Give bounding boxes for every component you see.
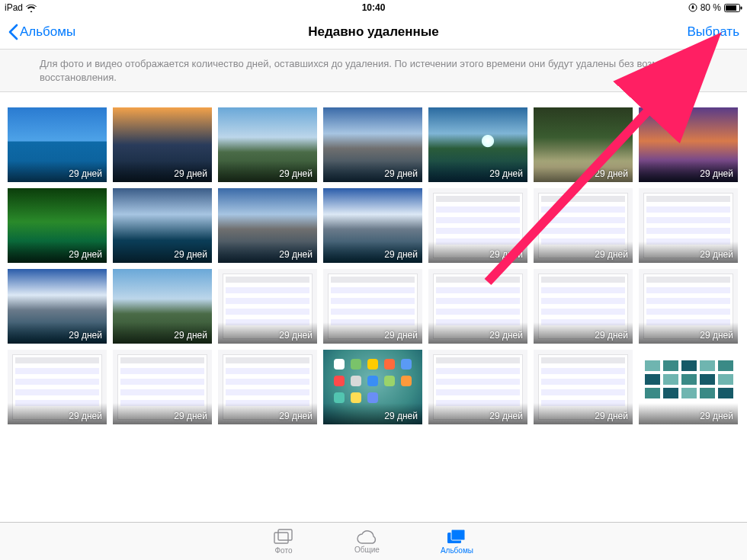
photo-thumbnail[interactable]: 29 дней (639, 107, 738, 182)
days-remaining-label: 29 дней (595, 168, 628, 179)
photo-thumbnail[interactable]: 29 дней (113, 188, 212, 263)
days-remaining-label: 29 дней (69, 330, 102, 341)
back-button[interactable]: Альбомы (8, 24, 75, 40)
days-remaining-label: 29 дней (279, 168, 313, 179)
orientation-lock-icon (688, 3, 697, 12)
photo-thumbnail[interactable]: 29 дней (113, 107, 212, 182)
photo-thumbnail[interactable]: 29 дней (113, 269, 212, 344)
days-remaining-label: 29 дней (69, 168, 102, 179)
days-remaining-label: 29 дней (489, 330, 523, 341)
photo-thumbnail[interactable]: 29 дней (113, 350, 212, 424)
select-button[interactable]: Выбрать (688, 24, 739, 40)
days-remaining-label: 29 дней (279, 249, 313, 260)
days-remaining-label: 29 дней (174, 249, 207, 260)
days-remaining-label: 29 дней (700, 411, 733, 421)
days-remaining-label: 29 дней (489, 168, 523, 179)
days-remaining-label: 29 дней (384, 330, 418, 341)
photo-thumbnail[interactable]: 29 дней (218, 107, 317, 182)
days-remaining-label: 29 дней (384, 249, 418, 260)
days-remaining-label: 29 дней (69, 411, 102, 421)
days-remaining-label: 29 дней (384, 411, 418, 421)
navigation-bar: Альбомы Недавно удаленные Выбрать (0, 15, 747, 49)
photo-thumbnail[interactable]: 29 дней (323, 350, 422, 424)
tab-shared[interactable]: Общие (354, 530, 380, 554)
page-title: Недавно удаленные (308, 24, 439, 40)
days-remaining-label: 29 дней (69, 249, 102, 260)
photo-thumbnail[interactable]: 29 дней (323, 107, 422, 182)
photos-icon (274, 529, 293, 546)
svg-rect-3 (741, 6, 742, 9)
photo-thumbnail[interactable]: 29 дней (534, 188, 633, 263)
photo-thumbnail[interactable]: 29 дней (323, 188, 422, 263)
back-label: Альбомы (20, 24, 75, 40)
info-text: Для фото и видео отображается количество… (40, 58, 697, 83)
days-remaining-label: 29 дней (700, 330, 733, 341)
days-remaining-label: 29 дней (595, 411, 628, 421)
days-remaining-label: 29 дней (595, 249, 628, 260)
battery-icon (724, 4, 742, 12)
svg-rect-2 (726, 5, 736, 11)
albums-icon (447, 529, 466, 546)
days-remaining-label: 29 дней (595, 330, 628, 341)
info-banner: Для фото и видео отображается количество… (0, 49, 747, 92)
svg-rect-7 (451, 530, 465, 540)
photo-thumbnail[interactable]: 29 дней (428, 107, 527, 182)
days-remaining-label: 29 дней (174, 168, 207, 179)
photo-thumbnail[interactable]: 29 дней (534, 269, 633, 344)
days-remaining-label: 29 дней (700, 168, 733, 179)
photo-thumbnail[interactable]: 29 дней (428, 188, 527, 263)
cloud-icon (356, 530, 377, 545)
tab-label: Общие (354, 546, 380, 554)
days-remaining-label: 29 дней (174, 411, 207, 421)
svg-rect-4 (274, 533, 288, 543)
photo-thumbnail[interactable]: 29 дней (8, 269, 107, 344)
days-remaining-label: 29 дней (279, 411, 313, 421)
photo-grid: 29 дней29 дней29 дней29 дней29 дней29 дн… (8, 107, 739, 424)
status-bar: iPad 10:40 80 % (0, 0, 747, 15)
tab-bar: Фото Общие Альбомы (0, 522, 747, 560)
tab-label: Фото (275, 546, 293, 555)
photo-thumbnail[interactable]: 29 дней (639, 350, 738, 424)
photo-thumbnail[interactable]: 29 дней (218, 188, 317, 263)
days-remaining-label: 29 дней (174, 330, 207, 341)
photo-thumbnail[interactable]: 29 дней (534, 350, 633, 424)
tab-label: Альбомы (441, 546, 473, 555)
days-remaining-label: 29 дней (489, 249, 523, 260)
tab-albums[interactable]: Альбомы (441, 529, 473, 555)
photo-thumbnail[interactable]: 29 дней (639, 269, 738, 344)
photo-thumbnail[interactable]: 29 дней (639, 188, 738, 263)
days-remaining-label: 29 дней (489, 411, 523, 421)
photo-thumbnail[interactable]: 29 дней (8, 107, 107, 182)
photo-thumbnail[interactable]: 29 дней (8, 350, 107, 424)
photo-thumbnail[interactable]: 29 дней (428, 350, 527, 424)
days-remaining-label: 29 дней (279, 330, 313, 341)
chevron-left-icon (8, 24, 18, 40)
status-time: 10:40 (362, 2, 386, 13)
wifi-icon (26, 4, 37, 12)
photo-thumbnail[interactable]: 29 дней (534, 107, 633, 182)
photo-thumbnail[interactable]: 29 дней (323, 269, 422, 344)
photo-thumbnail[interactable]: 29 дней (8, 188, 107, 263)
photo-thumbnail[interactable]: 29 дней (218, 350, 317, 424)
days-remaining-label: 29 дней (384, 168, 418, 179)
battery-percent: 80 % (701, 2, 721, 13)
photo-thumbnail[interactable]: 29 дней (428, 269, 527, 344)
photo-thumbnail[interactable]: 29 дней (218, 269, 317, 344)
tab-photos[interactable]: Фото (274, 529, 293, 555)
photo-grid-container: 29 дней29 дней29 дней29 дней29 дней29 дн… (0, 92, 747, 525)
device-label: iPad (5, 2, 23, 13)
svg-rect-5 (278, 530, 292, 540)
days-remaining-label: 29 дней (700, 249, 733, 260)
